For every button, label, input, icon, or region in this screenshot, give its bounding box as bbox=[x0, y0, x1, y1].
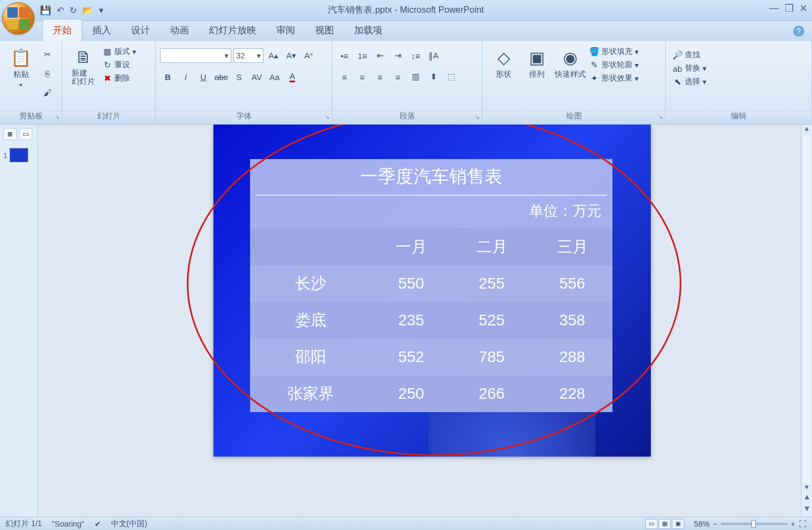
qat-customize-icon[interactable]: ▾ bbox=[99, 5, 103, 16]
scroll-up-icon[interactable]: ▲ bbox=[801, 125, 812, 136]
slide-thumbnail-1[interactable]: 1 bbox=[3, 148, 34, 162]
font-family-combo[interactable]: ▾ bbox=[160, 48, 231, 63]
outline-tab-button[interactable]: ≣ bbox=[3, 128, 17, 140]
zoom-in-button[interactable]: + bbox=[791, 519, 795, 528]
numbering-button[interactable]: 1≡ bbox=[355, 48, 370, 63]
tab-review[interactable]: 审阅 bbox=[266, 19, 305, 41]
table-unit: 单位：万元 bbox=[250, 196, 612, 229]
scroll-down-icon[interactable]: ▼ bbox=[801, 483, 812, 494]
tab-addin[interactable]: 加载项 bbox=[344, 19, 392, 41]
new-slide-button[interactable]: 🗎 新建 幻灯片 bbox=[67, 44, 100, 86]
align-text-button[interactable]: ⬍ bbox=[426, 69, 441, 85]
group-font: ▾ 32▾ A▴ A▾ Aˣ B I U abc S AV Aa A 字体↘ bbox=[156, 41, 332, 124]
italic-button[interactable]: I bbox=[178, 69, 193, 85]
undo-icon[interactable]: ↶ bbox=[57, 5, 64, 16]
zoom-slider[interactable] bbox=[721, 523, 788, 525]
columns-button[interactable]: ▥ bbox=[408, 69, 424, 85]
indent-inc-button[interactable]: ⇥ bbox=[390, 48, 406, 63]
slides-tab-button[interactable]: ▭ bbox=[19, 128, 32, 140]
slide[interactable]: 一季度汽车销售表 单位：万元 一月 二月 三月 长沙 550 255 556 bbox=[213, 125, 651, 457]
minimize-button[interactable]: — bbox=[769, 2, 779, 14]
change-case-button[interactable]: Aa bbox=[267, 69, 282, 85]
scroll-track[interactable] bbox=[803, 136, 811, 483]
status-bar: 幻灯片 1/1 "Soaring" ✔ 中文(中国) ▭ ▦ ▣ 58% − +… bbox=[0, 517, 812, 530]
prev-slide-button[interactable]: ⯅ bbox=[801, 494, 812, 506]
arrange-icon: ▣ bbox=[529, 48, 545, 67]
help-button[interactable]: ? bbox=[793, 26, 804, 37]
copy-button[interactable]: ⎘ bbox=[39, 66, 55, 81]
font-color-button[interactable]: A bbox=[285, 69, 300, 85]
grow-font-button[interactable]: A▴ bbox=[266, 48, 281, 63]
align-center-button[interactable]: ≡ bbox=[355, 69, 370, 85]
vertical-scrollbar[interactable]: ▲ ▼ ⯅⯆ bbox=[801, 125, 812, 517]
zoom-out-button[interactable]: − bbox=[713, 519, 718, 528]
shrink-font-button[interactable]: A▾ bbox=[283, 48, 299, 63]
paste-button[interactable]: 📋 粘贴 ▾ bbox=[4, 44, 37, 88]
close-button[interactable]: ✕ bbox=[799, 2, 808, 14]
slideshow-view-button[interactable]: ▣ bbox=[672, 519, 684, 529]
fit-window-button[interactable]: ⛶ bbox=[799, 519, 806, 528]
zoom-level[interactable]: 58% bbox=[694, 519, 710, 528]
find-icon: 🔎 bbox=[672, 50, 683, 60]
align-justify-button[interactable]: ≡ bbox=[390, 69, 406, 85]
tab-animation[interactable]: 动画 bbox=[160, 19, 199, 41]
clipboard-icon: 📋 bbox=[11, 48, 31, 67]
theme-indicator: "Soaring" bbox=[52, 519, 84, 528]
office-button[interactable] bbox=[2, 2, 34, 34]
text-direction-button[interactable]: ‖A bbox=[426, 48, 441, 63]
tab-insert[interactable]: 插入 bbox=[82, 19, 121, 41]
line-spacing-button[interactable]: ↕≡ bbox=[408, 48, 424, 63]
select-button[interactable]: ⬉选择 ▾ bbox=[672, 77, 706, 87]
indent-dec-button[interactable]: ⇤ bbox=[372, 48, 388, 63]
title-bar: 💾 ↶ ↻ 📂 ▾ 汽车销售表.pptx - Microsoft PowerPo… bbox=[0, 0, 812, 21]
char-spacing-button[interactable]: AV bbox=[249, 69, 265, 85]
shape-fill-button[interactable]: 🪣形状填充 ▾ bbox=[589, 47, 639, 57]
strike-button[interactable]: abc bbox=[213, 69, 229, 85]
drawing-launcher[interactable]: ↘ bbox=[658, 113, 663, 121]
clipboard-launcher[interactable]: ↘ bbox=[54, 113, 59, 121]
spellcheck-icon[interactable]: ✔ bbox=[94, 519, 101, 528]
font-size-combo[interactable]: 32▾ bbox=[233, 48, 263, 63]
bullets-button[interactable]: •≡ bbox=[337, 48, 352, 63]
slide-indicator: 幻灯片 1/1 bbox=[6, 519, 42, 529]
shape-effects-button[interactable]: ✦形状效果 ▾ bbox=[589, 73, 639, 83]
font-launcher[interactable]: ↘ bbox=[325, 113, 330, 121]
format-painter-button[interactable]: 🖌 bbox=[39, 85, 55, 100]
shape-outline-button[interactable]: ✎形状轮廓 ▾ bbox=[589, 60, 639, 70]
fill-icon: 🪣 bbox=[589, 47, 599, 57]
save-icon[interactable]: 💾 bbox=[40, 5, 51, 16]
language-indicator[interactable]: 中文(中国) bbox=[111, 519, 147, 529]
underline-button[interactable]: U bbox=[196, 69, 211, 85]
layout-button[interactable]: ▦版式 ▾ bbox=[102, 47, 136, 57]
shadow-button[interactable]: S bbox=[231, 69, 247, 85]
align-right-button[interactable]: ≡ bbox=[372, 69, 388, 85]
restore-button[interactable]: ❐ bbox=[785, 2, 794, 14]
quick-styles-button[interactable]: ◉快速样式 bbox=[554, 44, 587, 80]
slide-table[interactable]: 一季度汽车销售表 单位：万元 一月 二月 三月 长沙 550 255 556 bbox=[250, 159, 612, 412]
group-drawing: ◇形状 ▣排列 ◉快速样式 🪣形状填充 ▾ ✎形状轮廓 ▾ ✦形状效果 ▾ 绘图… bbox=[482, 41, 666, 124]
clear-format-button[interactable]: Aˣ bbox=[301, 48, 317, 63]
table-row: 张家界 250 266 228 bbox=[250, 375, 612, 412]
tab-slideshow[interactable]: 幻灯片放映 bbox=[199, 19, 266, 41]
tab-home[interactable]: 开始 bbox=[42, 19, 82, 41]
slide-canvas[interactable]: 一季度汽车销售表 单位：万元 一月 二月 三月 长沙 550 255 556 bbox=[38, 125, 801, 517]
replace-button[interactable]: ab替换 ▾ bbox=[672, 63, 706, 73]
cut-button[interactable]: ✂ bbox=[39, 47, 55, 62]
delete-slide-button[interactable]: ✖删除 bbox=[102, 73, 136, 83]
find-button[interactable]: 🔎查找 bbox=[672, 50, 706, 60]
arrange-button[interactable]: ▣排列 bbox=[520, 44, 554, 80]
shapes-button[interactable]: ◇形状 bbox=[487, 44, 520, 80]
sorter-view-button[interactable]: ▦ bbox=[659, 519, 671, 529]
paragraph-launcher[interactable]: ↘ bbox=[475, 113, 480, 121]
reset-button[interactable]: ↻重设 bbox=[102, 60, 136, 70]
next-slide-button[interactable]: ⯆ bbox=[801, 506, 812, 517]
tab-view[interactable]: 视图 bbox=[305, 19, 344, 41]
align-left-button[interactable]: ≡ bbox=[337, 69, 352, 85]
redo-icon[interactable]: ↻ bbox=[69, 5, 77, 16]
normal-view-button[interactable]: ▭ bbox=[645, 519, 657, 529]
bold-button[interactable]: B bbox=[160, 69, 176, 85]
smartart-button[interactable]: ⬚ bbox=[444, 69, 459, 85]
group-clipboard: 📋 粘贴 ▾ ✂ ⎘ 🖌 剪贴板↘ bbox=[0, 41, 62, 124]
open-icon[interactable]: 📂 bbox=[82, 5, 93, 16]
tab-design[interactable]: 设计 bbox=[121, 19, 160, 41]
